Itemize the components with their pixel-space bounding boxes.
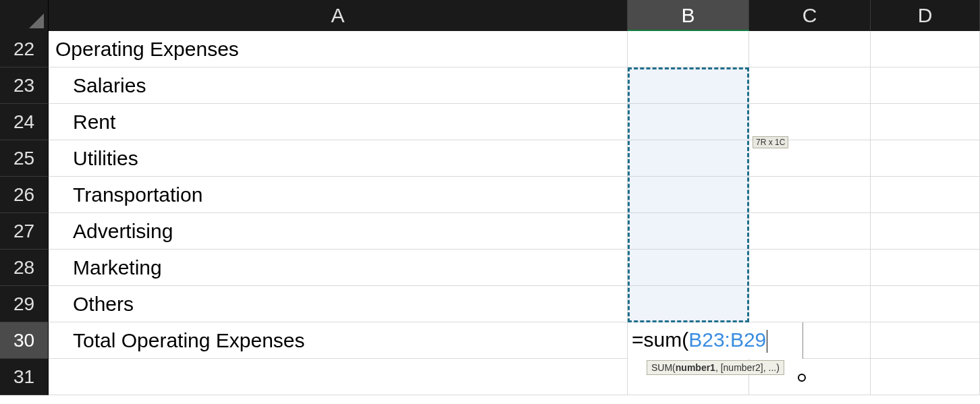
table-row: 25 Utilities: [0, 140, 980, 177]
table-row: 26 Transportation: [0, 177, 980, 213]
cell-B30[interactable]: [628, 322, 749, 359]
row-header-31[interactable]: 31: [0, 359, 49, 395]
table-row: 30 Total Operating Expenses: [0, 322, 980, 359]
cell-C24[interactable]: [749, 104, 871, 140]
cell-D30[interactable]: [871, 322, 980, 359]
cell-C23[interactable]: [749, 67, 871, 104]
cell-A26[interactable]: Transportation: [49, 177, 628, 213]
cell-A31[interactable]: [49, 359, 628, 395]
row-header-30[interactable]: 30: [0, 322, 49, 359]
svg-marker-0: [29, 13, 44, 28]
select-all-triangle-icon: [29, 13, 44, 28]
row-header-26[interactable]: 26: [0, 177, 49, 213]
cell-C22[interactable]: [749, 31, 871, 67]
cell-C26[interactable]: [749, 177, 871, 213]
cell-A29[interactable]: Others: [49, 286, 628, 322]
cell-C25[interactable]: [749, 140, 871, 177]
column-header-B[interactable]: B: [628, 0, 749, 31]
cell-D26[interactable]: [871, 177, 980, 213]
cell-D29[interactable]: [871, 286, 980, 322]
cell-D24[interactable]: [871, 104, 980, 140]
cell-A30[interactable]: Total Operating Expenses: [49, 322, 628, 359]
cell-C27[interactable]: [749, 213, 871, 250]
cell-B22[interactable]: [628, 31, 749, 67]
column-header-C[interactable]: C: [749, 0, 871, 31]
table-row: 31: [0, 359, 980, 395]
row-header-23[interactable]: 23: [0, 67, 49, 104]
row-header-29[interactable]: 29: [0, 286, 49, 322]
select-all-corner[interactable]: [0, 0, 49, 31]
cell-D22[interactable]: [871, 31, 980, 67]
cell-D23[interactable]: [871, 67, 980, 104]
cell-D27[interactable]: [871, 213, 980, 250]
table-row: 23 Salaries: [0, 67, 980, 104]
column-header-D[interactable]: D: [871, 0, 980, 31]
active-column-indicator: [628, 30, 749, 31]
table-row: 22 Operating Expenses: [0, 31, 980, 67]
cell-D25[interactable]: [871, 140, 980, 177]
cell-A22[interactable]: Operating Expenses: [49, 31, 628, 67]
cell-D31[interactable]: [871, 359, 980, 395]
cell-B28[interactable]: [628, 250, 749, 286]
cell-B25[interactable]: [628, 140, 749, 177]
cell-B27[interactable]: [628, 213, 749, 250]
cell-B31[interactable]: [628, 359, 749, 395]
table-row: 27 Advertising: [0, 213, 980, 250]
cell-C31[interactable]: [749, 359, 871, 395]
table-row: 28 Marketing: [0, 250, 980, 286]
cell-D28[interactable]: [871, 250, 980, 286]
column-header-row: A B C D: [0, 0, 980, 31]
cell-C28[interactable]: [749, 250, 871, 286]
cell-A28[interactable]: Marketing: [49, 250, 628, 286]
cell-A27[interactable]: Advertising: [49, 213, 628, 250]
cell-B23[interactable]: [628, 67, 749, 104]
table-row: 29 Others: [0, 286, 980, 322]
column-header-A[interactable]: A: [49, 0, 628, 31]
table-row: 24 Rent: [0, 104, 980, 140]
cell-B29[interactable]: [628, 286, 749, 322]
cell-A24[interactable]: Rent: [49, 104, 628, 140]
cell-B26[interactable]: [628, 177, 749, 213]
row-header-22[interactable]: 22: [0, 31, 49, 67]
row-header-25[interactable]: 25: [0, 140, 49, 177]
cell-B24[interactable]: [628, 104, 749, 140]
cell-A25[interactable]: Utilities: [49, 140, 628, 177]
row-header-24[interactable]: 24: [0, 104, 49, 140]
cell-A23[interactable]: Salaries: [49, 67, 628, 104]
spreadsheet-grid[interactable]: A B C D 22 Operating Expenses 23 Salarie…: [0, 0, 980, 404]
cell-C29[interactable]: [749, 286, 871, 322]
row-header-27[interactable]: 27: [0, 213, 49, 250]
row-header-28[interactable]: 28: [0, 250, 49, 286]
cell-C30[interactable]: [749, 322, 871, 359]
